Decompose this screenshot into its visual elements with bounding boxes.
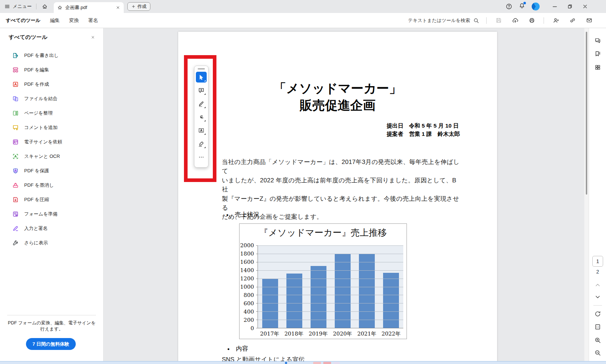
comment-add-icon — [12, 124, 19, 131]
window-close-icon[interactable] — [582, 4, 588, 9]
sidebar-item-redact[interactable]: PDF を墨消し — [0, 178, 103, 192]
help-icon[interactable] — [506, 3, 512, 10]
bullet-dot: ● — [226, 213, 229, 217]
restore-icon[interactable] — [567, 4, 573, 9]
print-button[interactable] — [527, 16, 536, 25]
x-tick-label: 2020年 — [330, 330, 355, 337]
sidebar-item-compress[interactable]: PDF を圧縮 — [0, 192, 103, 207]
zoom-in-button[interactable] — [593, 336, 602, 345]
edit-icon — [12, 67, 19, 73]
quick-tool-draw-button[interactable] — [196, 112, 207, 123]
upload-cloud-button[interactable] — [510, 16, 520, 25]
sidebar-item-label: PDF を保護 — [24, 168, 49, 174]
create-button[interactable]: 作成 — [127, 2, 150, 11]
sidebar-item-form[interactable]: フォームを準備 — [0, 207, 103, 221]
sidebar-item-request-sign[interactable]: 電子サインを依頼 — [0, 135, 103, 149]
document-tab[interactable]: 企画書.pdf — [54, 2, 124, 13]
sidebar-item-scan[interactable]: スキャンと OCR — [0, 149, 103, 164]
doc-body-line: 当社の主力商品「メソッドマーカー」は、2017年3月の発売以来、毎年売上を伸ばし… — [222, 157, 463, 176]
menu-button[interactable]: メニュー — [4, 3, 32, 10]
star-icon[interactable] — [57, 5, 62, 10]
quick-tool-add-text-button[interactable] — [196, 125, 207, 136]
view-tabs: すべてのツール編集変換署名 — [0, 16, 98, 25]
sidebar-item-more-tools[interactable]: さらに表示 — [0, 236, 103, 250]
profile-avatar[interactable] — [532, 3, 540, 10]
quick-tool-add-comment-button[interactable] — [196, 85, 207, 96]
panel-close-button[interactable] — [89, 33, 97, 41]
current-page-indicator[interactable]: 1 — [592, 256, 603, 267]
quick-tool-more-dots-button[interactable] — [196, 152, 207, 163]
sidebar-item-organize[interactable]: ページを整理 — [0, 106, 103, 120]
chart-ylabels: 2000180016001400120010008006004002000 — [240, 245, 255, 328]
taskbar-chip — [285, 362, 287, 364]
zoom-out-icon — [594, 350, 601, 356]
doc-body-line: 製『マーカーZ』の発売が影響していると考えられます。今後の売上向上を実現させる — [222, 194, 463, 213]
y-tick-label: 200 — [240, 317, 254, 323]
fit-page-button[interactable]: 1:1 — [593, 322, 602, 332]
share-add-user-button[interactable] — [551, 16, 561, 25]
view-tab-1[interactable]: 編集 — [50, 16, 60, 25]
sidebar-item-edit[interactable]: PDF を編集 — [0, 63, 103, 77]
document-canvas[interactable]: 「メソッドマーカー」 販売促進企画 提出日 令和 5 年 5 月 10 日 提案… — [104, 28, 584, 364]
quick-tool-sign-button[interactable] — [196, 138, 207, 149]
bar-2019年 — [311, 266, 326, 328]
rail-divider — [593, 305, 602, 306]
toolbar-separator — [544, 17, 544, 24]
view-tab-0[interactable]: すべてのツール — [6, 16, 40, 25]
x-tick-label: 2018年 — [282, 330, 306, 337]
chevron-up-icon — [594, 282, 601, 288]
save-icon — [496, 17, 502, 23]
sidebar-item-export[interactable]: PDF を書き出し — [0, 48, 103, 63]
panel-title: すべてのツール — [9, 34, 47, 41]
tab-close-icon[interactable] — [116, 5, 120, 10]
next-page-number[interactable]: 2 — [592, 269, 603, 275]
taskbar-sliver — [0, 361, 606, 364]
zoom-out-button[interactable] — [593, 348, 602, 358]
notifications-button[interactable] — [519, 3, 525, 10]
highlight-icon — [198, 101, 205, 107]
titlebar: メニュー 企画書.pdf 作成 — [0, 0, 606, 13]
more-dots-icon — [198, 154, 205, 160]
hamburger-icon — [4, 4, 10, 9]
rotate-icon — [594, 311, 601, 317]
rotate-page-button[interactable] — [593, 309, 602, 319]
view-tab-3[interactable]: 署名 — [88, 16, 98, 25]
toolbar-drag-handle[interactable] — [198, 68, 205, 70]
right-rail: 1 2 1:1 — [589, 28, 606, 364]
save-button — [494, 16, 503, 25]
vertical-scrollbar[interactable] — [584, 28, 589, 364]
bullet-content: ● 内容 — [227, 345, 248, 353]
bullet-dot: ● — [227, 347, 230, 351]
sidebar-item-create[interactable]: PDF を作成 — [0, 77, 103, 92]
next-page-button[interactable] — [593, 292, 602, 302]
home-button[interactable] — [40, 2, 49, 11]
view-tab-2[interactable]: 変換 — [69, 16, 79, 25]
previous-page-button[interactable] — [593, 280, 602, 290]
taskbar-chip — [313, 362, 321, 364]
quick-tool-highlight-button[interactable] — [196, 98, 207, 109]
menu-label: メニュー — [13, 3, 32, 10]
print-icon — [529, 17, 535, 23]
sidebar-item-fill-sign[interactable]: 入力と署名 — [0, 221, 103, 236]
scrollbar-thumb[interactable] — [586, 32, 587, 195]
sidebar-item-combine[interactable]: ファイルを結合 — [0, 92, 103, 106]
doc-meta-author: 提案者 営業 1 課 鈴木太郎 — [387, 130, 460, 138]
sidebar-item-comment-add[interactable]: コメントを追加 — [0, 120, 103, 135]
thumbnails-panel-button[interactable] — [593, 63, 602, 72]
bullet-label: 内容 — [236, 345, 248, 353]
redact-icon — [12, 182, 19, 188]
bookmarks-panel-button[interactable] — [593, 49, 602, 58]
quick-tools-toolbar[interactable] — [194, 66, 208, 168]
free-trial-button[interactable]: 7 日間の無料体験 — [26, 338, 76, 350]
chart-plot — [258, 245, 403, 328]
compress-icon — [12, 196, 19, 203]
sidebar-item-protect[interactable]: PDF を保護 — [0, 164, 103, 178]
taskbar-chip — [333, 362, 340, 364]
search-input[interactable]: テキストまたはツールを検索 — [408, 17, 479, 24]
email-button[interactable] — [584, 16, 594, 25]
y-tick-label: 2000 — [240, 242, 254, 249]
copy-link-button[interactable] — [568, 16, 577, 25]
comments-panel-button[interactable] — [593, 36, 602, 45]
quick-tool-select-cursor-button[interactable] — [196, 72, 207, 83]
minimize-icon[interactable] — [552, 4, 558, 9]
